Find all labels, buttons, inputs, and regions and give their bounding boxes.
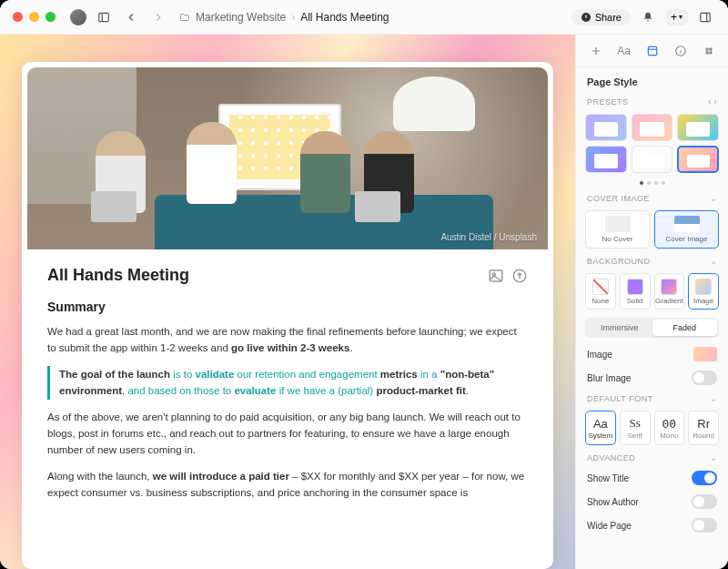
svg-rect-6 xyxy=(648,46,656,55)
breadcrumb-current[interactable]: All Hands Meeting xyxy=(300,11,389,24)
titlebar: Marketing Website › All Hands Meeting Sh… xyxy=(0,0,728,35)
bg-solid-option[interactable]: Solid xyxy=(620,273,651,310)
svg-rect-0 xyxy=(99,13,109,21)
font-round-option[interactable]: RrRound xyxy=(688,411,719,445)
nav-forward-icon[interactable] xyxy=(148,7,168,27)
toggle-sidebar-icon[interactable] xyxy=(94,7,114,27)
page-title[interactable]: All Hands Meeting xyxy=(47,266,480,285)
document-content[interactable]: All Hands Meeting Summary We had a great… xyxy=(22,249,553,527)
blockquote[interactable]: The goal of the launch is to validate ou… xyxy=(47,366,528,400)
preset-option[interactable] xyxy=(677,146,719,173)
document: Austin Distel / Unsplash All Hands Meeti… xyxy=(22,62,553,569)
bg-image-option[interactable]: Image xyxy=(688,273,719,310)
breadcrumb: Marketing Website › All Hands Meeting xyxy=(179,11,389,24)
breadcrumb-folder[interactable]: Marketing Website xyxy=(196,11,286,24)
wide-page-toggle[interactable] xyxy=(692,518,717,533)
preset-pager[interactable] xyxy=(576,177,728,189)
add-tab-icon[interactable] xyxy=(586,41,606,61)
font-system-option[interactable]: AaSystem xyxy=(585,411,616,445)
cover-photo xyxy=(27,67,548,249)
cover-section-label[interactable]: COVER IMAGE⌄ xyxy=(576,189,728,207)
wide-page-row: Wide Page xyxy=(576,513,728,537)
svg-rect-2 xyxy=(701,13,711,21)
font-section-label[interactable]: DEFAULT FONT⌄ xyxy=(576,390,728,407)
preset-nav[interactable]: ‹› xyxy=(708,97,717,107)
background-section-label[interactable]: BACKGROUND⌄ xyxy=(576,252,728,269)
font-mono-option[interactable]: 00Mono xyxy=(654,411,685,445)
minimize-window[interactable] xyxy=(29,12,39,22)
summary-heading[interactable]: Summary xyxy=(47,300,528,314)
typography-tab-icon[interactable]: Aa xyxy=(614,41,634,61)
panel-title: Page Style xyxy=(576,67,728,93)
show-title-toggle[interactable] xyxy=(692,471,717,485)
style-tab-icon[interactable] xyxy=(642,41,662,61)
preset-option[interactable] xyxy=(632,146,673,173)
blur-toggle[interactable] xyxy=(692,371,717,385)
folder-icon xyxy=(179,12,190,23)
document-canvas: Austin Distel / Unsplash All Hands Meeti… xyxy=(0,35,575,569)
share-icon xyxy=(581,12,592,23)
presets-grid xyxy=(576,110,728,177)
shortcuts-tab-icon[interactable] xyxy=(699,41,719,61)
notifications-icon[interactable] xyxy=(638,7,658,27)
preset-option[interactable] xyxy=(585,114,627,141)
bg-image-thumbnail[interactable] xyxy=(693,347,717,361)
info-tab-icon[interactable] xyxy=(671,41,691,61)
share-action-icon[interactable] xyxy=(511,268,528,284)
paragraph[interactable]: We had a great last month, and we are no… xyxy=(47,323,528,357)
share-button[interactable]: Share xyxy=(571,9,631,25)
faded-option[interactable]: Faded xyxy=(652,320,718,336)
cover-credit: Austin Distel / Unsplash xyxy=(440,232,537,242)
paragraph[interactable]: As of the above, we aren't planning to d… xyxy=(47,409,528,459)
app-window: Marketing Website › All Hands Meeting Sh… xyxy=(0,0,728,569)
toggle-right-panel-icon[interactable] xyxy=(695,7,715,27)
new-item-button[interactable]: +▾ xyxy=(665,9,688,25)
preset-option[interactable] xyxy=(585,146,627,173)
bg-mode-segmented[interactable]: Immersive Faded xyxy=(585,318,719,338)
preset-option[interactable] xyxy=(677,114,719,141)
paragraph[interactable]: Along with the launch, we will introduce… xyxy=(47,468,528,502)
image-icon[interactable] xyxy=(488,268,504,284)
nav-back-icon[interactable] xyxy=(121,7,141,27)
bg-none-option[interactable]: None xyxy=(585,273,616,310)
show-title-row: Show Title xyxy=(576,466,728,490)
avatar[interactable] xyxy=(70,9,86,25)
show-author-toggle[interactable] xyxy=(692,494,717,509)
blur-row: Blur Image xyxy=(576,366,728,390)
maximize-window[interactable] xyxy=(46,12,56,22)
inspector-tabs: Aa xyxy=(576,35,728,67)
image-row[interactable]: Image xyxy=(576,342,728,366)
window-controls xyxy=(13,12,56,22)
cover-none-option[interactable]: No Cover xyxy=(585,210,650,249)
cover-image[interactable]: Austin Distel / Unsplash xyxy=(27,67,548,249)
cover-image-option[interactable]: Cover Image xyxy=(654,210,719,249)
bg-gradient-option[interactable]: Gradient xyxy=(654,273,685,310)
font-serif-option[interactable]: SsSerif xyxy=(620,411,651,445)
presets-section-label: PRESETS ‹› xyxy=(576,93,728,110)
main-body: Austin Distel / Unsplash All Hands Meeti… xyxy=(0,35,728,569)
close-window[interactable] xyxy=(13,12,23,22)
advanced-section-label[interactable]: ADVANCED⌄ xyxy=(576,449,728,466)
show-author-row: Show Author xyxy=(576,490,728,513)
immersive-option[interactable]: Immersive xyxy=(587,320,652,336)
preset-option[interactable] xyxy=(632,114,673,141)
inspector-panel: Aa Page Style PRESETS ‹› COVER IMAGE⌄ xyxy=(575,35,728,569)
